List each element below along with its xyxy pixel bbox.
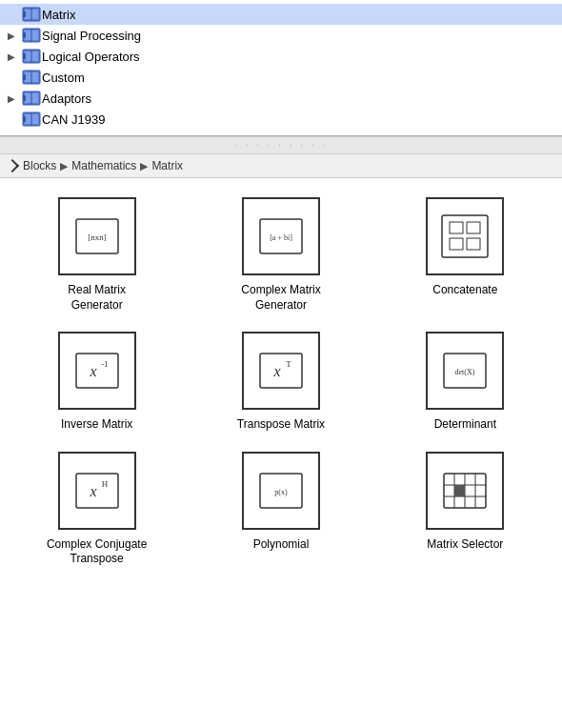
tree-label-adaptors: Adaptors	[42, 91, 91, 106]
block-label-transpose-matrix: Transpose Matrix	[237, 417, 325, 433]
block-grid: [nxn] Real MatrixGenerator [a + bi] Comp…	[10, 197, 552, 567]
block-label-complex-matrix-generator: Complex MatrixGenerator	[241, 283, 320, 313]
svg-rect-15	[23, 74, 26, 80]
block-item-real-matrix-generator[interactable]: [nxn] Real MatrixGenerator	[10, 197, 184, 313]
svg-text:x: x	[89, 363, 96, 379]
icon-real-matrix: [nxn]	[69, 208, 126, 265]
block-label-matrix-selector: Matrix Selector	[427, 537, 503, 553]
tree-label-logical: Logical Operators	[42, 50, 140, 64]
block-icon-complex-conjugate-transpose: x H	[58, 452, 136, 530]
svg-rect-29	[450, 222, 463, 233]
book-icon-can	[21, 111, 42, 128]
block-icon-matrix-selector	[426, 452, 504, 530]
icon-transpose-matrix: x T	[252, 342, 310, 399]
tree-item-can-j1939[interactable]: CAN J1939	[0, 109, 562, 130]
block-icon-determinant: det(X)	[426, 332, 504, 410]
library-tree: Matrix ▶ Signal Processing ▶ Logical Ope…	[0, 0, 562, 136]
icon-complex-matrix: [a + bi]	[252, 208, 310, 265]
book-icon-logical	[21, 48, 42, 65]
tree-label-signal: Signal Processing	[42, 29, 141, 43]
icon-complex-conjugate: x H	[69, 462, 126, 519]
svg-text:[nxn]: [nxn]	[88, 233, 107, 242]
svg-rect-28	[442, 215, 488, 257]
svg-text:[a + bi]: [a + bi]	[270, 233, 292, 242]
svg-text:x: x	[89, 483, 96, 499]
expand-arrow-adaptors: ▶	[8, 93, 19, 104]
svg-rect-19	[23, 95, 26, 101]
svg-text:p(x): p(x)	[274, 488, 288, 496]
icon-concatenate	[436, 208, 493, 265]
book-icon-adaptors	[21, 90, 42, 107]
block-icon-complex-matrix-generator: [a + bi]	[242, 197, 320, 275]
tree-label-custom: Custom	[42, 71, 85, 85]
main-content: [nxn] Real MatrixGenerator [a + bi] Comp…	[0, 178, 562, 586]
svg-text:T: T	[286, 359, 291, 369]
block-icon-inverse-matrix: x -1	[58, 332, 136, 410]
tree-label-can: CAN J1939	[42, 112, 105, 127]
block-icon-concatenate	[426, 197, 504, 275]
block-label-polynomial: Polynomial	[253, 537, 310, 553]
tree-item-adaptors[interactable]: ▶ Adaptors	[0, 88, 562, 109]
tree-item-logical-operators[interactable]: ▶ Logical Operators	[0, 46, 562, 67]
breadcrumb-arrow	[6, 159, 19, 172]
tree-item-signal-processing[interactable]: ▶ Signal Processing	[0, 25, 562, 46]
book-icon-matrix	[21, 6, 42, 23]
book-icon-signal	[21, 27, 42, 44]
block-label-inverse-matrix: Inverse Matrix	[61, 417, 132, 433]
breadcrumb-item-matrix[interactable]: Matrix	[151, 159, 183, 172]
block-label-concatenate: Concatenate	[432, 283, 497, 298]
expand-arrow-logical: ▶	[8, 51, 19, 62]
book-icon-custom	[21, 69, 42, 86]
tree-item-custom[interactable]: Custom	[0, 67, 562, 88]
svg-rect-23	[23, 116, 26, 122]
expand-arrow-signal: ▶	[8, 30, 19, 41]
block-label-complex-conjugate-transpose: Complex ConjugateTranspose	[47, 537, 147, 567]
svg-rect-52	[454, 485, 465, 496]
svg-rect-30	[467, 222, 480, 233]
block-item-complex-matrix-generator[interactable]: [a + bi] Complex MatrixGenerator	[193, 197, 368, 313]
svg-text:x: x	[272, 363, 280, 379]
svg-rect-32	[467, 238, 480, 250]
svg-rect-11	[23, 53, 26, 59]
svg-text:H: H	[101, 479, 108, 489]
svg-rect-7	[23, 32, 26, 38]
svg-text:det(X): det(X)	[455, 368, 475, 376]
block-item-inverse-matrix[interactable]: x -1 Inverse Matrix	[10, 332, 184, 433]
tree-label-matrix: Matrix	[42, 8, 75, 22]
svg-text:-1: -1	[101, 359, 109, 369]
block-item-complex-conjugate-transpose[interactable]: x H Complex ConjugateTranspose	[10, 452, 184, 567]
block-item-determinant[interactable]: det(X) Determinant	[378, 332, 552, 433]
svg-rect-41	[76, 474, 118, 508]
breadcrumb-item-blocks[interactable]: Blocks	[23, 159, 56, 172]
svg-rect-33	[76, 354, 118, 388]
svg-rect-31	[450, 238, 463, 250]
block-icon-real-matrix-generator: [nxn]	[58, 197, 136, 275]
icon-polynomial: p(x)	[252, 462, 310, 519]
svg-rect-36	[260, 354, 302, 388]
block-label-real-matrix-generator: Real MatrixGenerator	[68, 283, 126, 313]
divider-dots: · · · · · · · · ·	[0, 136, 562, 154]
breadcrumb-item-mathematics[interactable]: Mathematics	[71, 159, 136, 172]
block-item-matrix-selector[interactable]: Matrix Selector	[378, 452, 552, 567]
breadcrumb-sep-2: ▶	[140, 160, 148, 172]
icon-inverse-matrix: x -1	[69, 342, 126, 399]
block-item-concatenate[interactable]: Concatenate	[378, 197, 552, 313]
breadcrumb: Blocks ▶ Mathematics ▶ Matrix	[0, 154, 562, 178]
icon-determinant: det(X)	[436, 342, 493, 399]
svg-rect-3	[23, 11, 26, 17]
block-item-transpose-matrix[interactable]: x T Transpose Matrix	[193, 332, 368, 433]
breadcrumb-sep-1: ▶	[60, 160, 68, 172]
block-icon-polynomial: p(x)	[242, 452, 320, 530]
block-icon-transpose-matrix: x T	[242, 332, 320, 410]
icon-matrix-selector	[436, 462, 493, 519]
block-item-polynomial[interactable]: p(x) Polynomial	[193, 452, 368, 567]
block-label-determinant: Determinant	[434, 417, 496, 433]
tree-item-matrix[interactable]: Matrix	[0, 4, 562, 25]
